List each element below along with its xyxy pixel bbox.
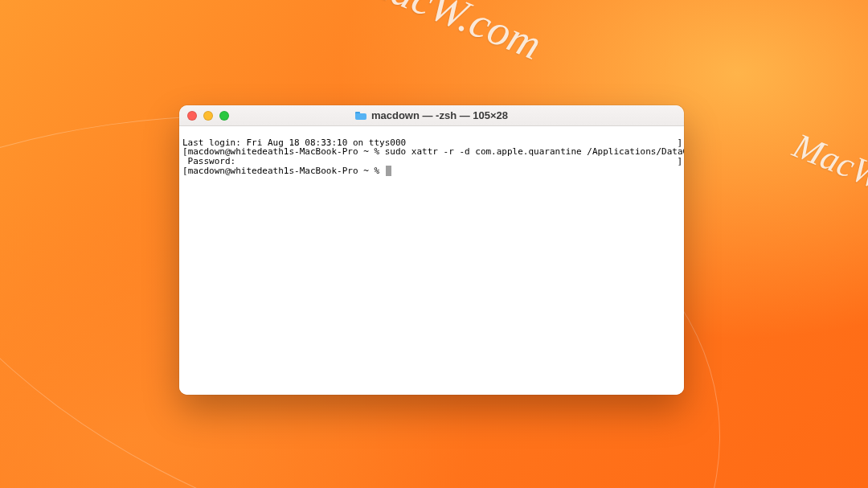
terminal-line-prompt2: [macdown@whitedeath1s-MacBook-Pro ~ % — [182, 166, 681, 176]
right-bracket-1: ] — [677, 138, 682, 148]
terminal-line-password: Password: — [182, 157, 681, 166]
right-bracket-2: ] — [677, 157, 682, 166]
terminal-body[interactable]: Last login: Fri Aug 18 08:33:10 on ttys0… — [179, 126, 684, 395]
command-1: sudo xattr -r -d com.apple.quarantine /A… — [385, 146, 684, 157]
zoom-icon[interactable] — [219, 111, 229, 121]
close-icon[interactable] — [187, 111, 197, 121]
terminal-window[interactable]: macdown — -zsh — 105×28 Last login: Fri … — [179, 105, 684, 395]
watermark-top: MacW.com — [351, 0, 548, 70]
prompt-2: macdown@whitedeath1s-MacBook-Pro ~ % — [188, 166, 385, 176]
window-title: macdown — -zsh — 105×28 — [179, 109, 684, 121]
folder-icon — [355, 111, 366, 120]
terminal-line-cmd: [macdown@whitedeath1s-MacBook-Pro ~ % su… — [182, 147, 681, 157]
left-bracket-2: [ — [182, 166, 188, 176]
cursor-icon — [386, 166, 391, 176]
watermark-right: MacW — [788, 125, 868, 197]
titlebar[interactable]: macdown — -zsh — 105×28 — [179, 105, 684, 126]
traffic-lights — [179, 111, 229, 121]
window-title-text: macdown — -zsh — 105×28 — [371, 109, 508, 121]
minimize-icon[interactable] — [203, 111, 213, 121]
